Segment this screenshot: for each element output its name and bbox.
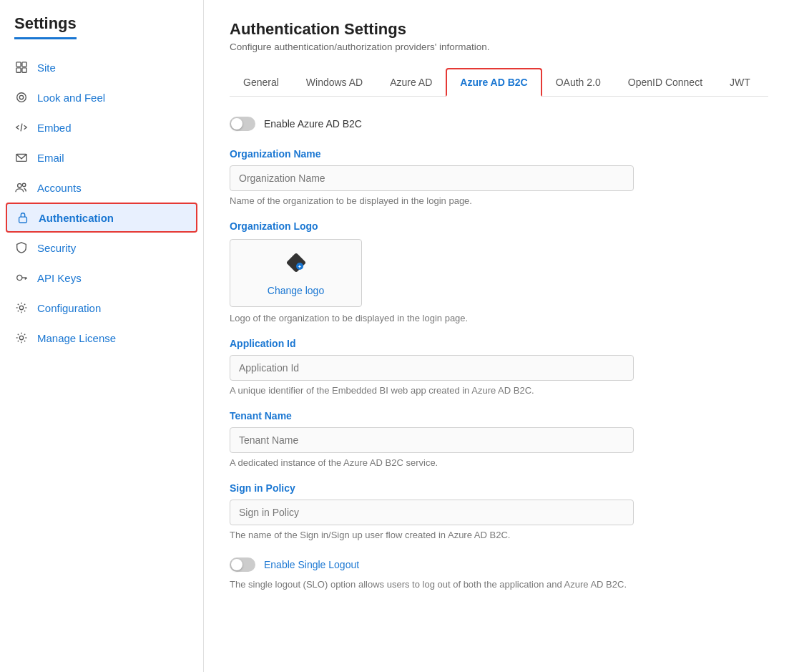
sidebar-item-label: API Keys (37, 272, 82, 284)
svg-point-5 (19, 95, 23, 99)
svg-rect-0 (16, 62, 21, 67)
app-id-label: Application Id (230, 338, 768, 349)
configuration-icon (14, 301, 29, 315)
org-name-hint: Name of the organization to be displayed… (230, 195, 768, 206)
lock-icon (16, 210, 30, 225)
tenant-name-input[interactable] (230, 427, 634, 453)
app-id-hint: A unique identifier of the Embedded BI w… (230, 385, 768, 396)
page-title: Authentication Settings (230, 20, 768, 39)
grid-icon (14, 60, 29, 74)
svg-rect-2 (16, 68, 21, 72)
tenant-name-hint: A dedicated instance of the Azure AD B2C… (230, 457, 768, 468)
mail-icon (14, 150, 29, 165)
sidebar-item-accounts[interactable]: Accounts (0, 172, 203, 203)
org-logo-label: Organization Logo (230, 220, 768, 232)
users-icon (14, 180, 29, 195)
sign-in-policy-group: Sign in Policy The name of the Sign in/S… (230, 482, 768, 540)
tab-azure-ad[interactable]: Azure AD (376, 69, 446, 96)
sidebar-item-label: Security (37, 242, 76, 254)
sidebar-item-configuration[interactable]: Configuration (0, 293, 203, 323)
svg-point-9 (22, 183, 25, 187)
tabs-bar: General Windows AD Azure AD Azure AD B2C… (230, 68, 768, 97)
app-id-input[interactable] (230, 355, 634, 381)
sidebar-item-label: Accounts (37, 182, 82, 194)
enable-toggle-row: Enable Azure AD B2C (230, 117, 768, 131)
svg-point-16 (19, 336, 23, 339)
change-logo-label[interactable]: Change logo (268, 285, 324, 296)
tab-windows-ad[interactable]: Windows AD (293, 69, 376, 96)
sidebar-item-site[interactable]: Site (0, 52, 203, 82)
svg-rect-1 (22, 62, 26, 67)
svg-rect-10 (19, 217, 27, 223)
tab-azure-ad-b2c[interactable]: Azure AD B2C (446, 68, 541, 97)
single-logout-toggle[interactable] (230, 557, 255, 572)
enable-azure-toggle[interactable] (230, 117, 255, 131)
sidebar-item-label: Email (37, 152, 64, 164)
single-logout-hint: The single logout (SLO) option allows us… (230, 578, 634, 592)
sidebar-nav: Site Look and Feel Embed Email (0, 52, 203, 353)
enable-azure-label: Enable Azure AD B2C (264, 118, 362, 130)
key-icon (14, 271, 29, 285)
tab-general[interactable]: General (230, 69, 293, 96)
sidebar-title: Settings (14, 14, 77, 39)
tenant-name-label: Tenant Name (230, 410, 768, 422)
single-logout-row: Enable Single Logout The single logout (… (230, 557, 768, 592)
logo-upload-box[interactable]: ✦ Change logo (230, 239, 362, 307)
sidebar-item-look-and-feel[interactable]: Look and Feel (0, 82, 203, 112)
main-content: Authentication Settings Configure authen… (204, 0, 794, 672)
shield-icon (14, 240, 29, 255)
sidebar-item-api-keys[interactable]: API Keys (0, 263, 203, 293)
sidebar: Settings Site Look and Feel Embed (0, 0, 204, 672)
svg-rect-3 (22, 68, 26, 72)
sidebar-item-label: Configuration (37, 302, 101, 314)
svg-point-8 (18, 184, 21, 188)
svg-text:✦: ✦ (298, 264, 302, 269)
single-logout-label: Enable Single Logout (264, 559, 359, 570)
sidebar-item-manage-license[interactable]: Manage License (0, 323, 203, 353)
tab-jwt[interactable]: JWT (716, 69, 764, 96)
sidebar-item-label: Site (37, 62, 56, 74)
sidebar-item-label: Authentication (39, 212, 114, 224)
tenant-name-group: Tenant Name A dedicated instance of the … (230, 410, 768, 468)
logo-diamond-icon: ✦ (283, 250, 309, 281)
sidebar-item-email[interactable]: Email (0, 142, 203, 172)
svg-point-15 (19, 306, 23, 309)
org-name-input[interactable] (230, 165, 634, 191)
sidebar-item-embed[interactable]: Embed (0, 112, 203, 142)
org-name-label: Organization Name (230, 148, 768, 160)
page-subtitle: Configure authentication/authorization p… (230, 42, 768, 52)
svg-line-6 (21, 124, 22, 132)
sidebar-item-label: Look and Feel (37, 92, 105, 104)
sidebar-item-label: Embed (37, 122, 72, 134)
org-logo-group: Organization Logo ✦ Change logo Logo of … (230, 220, 768, 323)
sign-in-policy-hint: The name of the Sign in/Sign up user flo… (230, 530, 768, 540)
manage-license-icon (14, 331, 29, 345)
svg-point-4 (17, 93, 26, 102)
sidebar-item-label: Manage License (37, 332, 116, 344)
org-name-group: Organization Name Name of the organizati… (230, 148, 768, 206)
sidebar-item-authentication[interactable]: Authentication (6, 203, 197, 233)
look-icon (14, 90, 29, 104)
sign-in-policy-input[interactable] (230, 500, 634, 525)
tab-oauth2[interactable]: OAuth 2.0 (542, 69, 614, 96)
sidebar-item-security[interactable]: Security (0, 233, 203, 263)
sign-in-policy-label: Sign in Policy (230, 482, 768, 494)
svg-rect-17 (285, 253, 305, 273)
svg-point-11 (17, 275, 22, 280)
app-id-group: Application Id A unique identifier of th… (230, 338, 768, 396)
code-icon (14, 120, 29, 135)
tab-openid-connect[interactable]: OpenID Connect (614, 69, 716, 96)
org-logo-hint: Logo of the organization to be displayed… (230, 313, 768, 323)
